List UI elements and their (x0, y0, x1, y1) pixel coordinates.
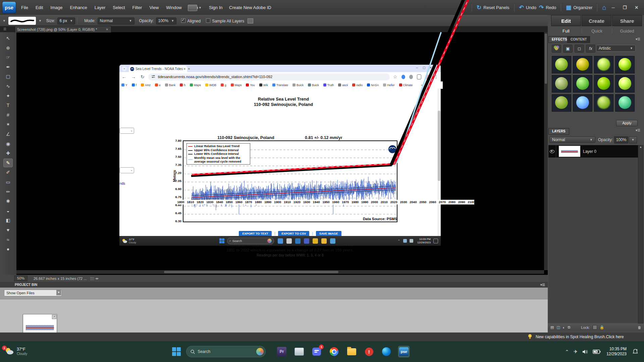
bookmark-e[interactable]: e (155, 83, 161, 87)
menu-file[interactable]: File (17, 0, 32, 15)
inner-tray-icon[interactable] (410, 239, 413, 243)
effects-tool[interactable]: ✱ (4, 197, 12, 205)
inner-teams-app[interactable] (304, 238, 309, 244)
inner-start-button[interactable] (219, 238, 224, 243)
browser-close-icon[interactable]: ✕ (429, 66, 432, 69)
notification-bell-icon[interactable]: z (632, 348, 639, 355)
effects-panel-menu-icon[interactable]: ▾☰ (636, 37, 640, 41)
bookmark-buick[interactable]: Buick (308, 83, 319, 87)
quick-selection-tool[interactable]: ✦ (4, 92, 12, 100)
side-panel-icon[interactable] (417, 74, 421, 79)
document-tab-close-icon[interactable]: ✕ (105, 26, 109, 33)
bookmark-h[interactable]: h (180, 83, 185, 87)
browser-maximize-icon[interactable]: ▢ (423, 66, 426, 69)
sample-all-layers-checkbox[interactable]: Sample All Layers (206, 18, 244, 23)
layer-thumbnail[interactable] (559, 146, 580, 156)
menu-window[interactable]: Window (162, 0, 185, 15)
bookmark-imdb[interactable]: IMDB (205, 83, 216, 87)
bookmark-amz[interactable]: Amz (141, 83, 151, 87)
home-icon[interactable]: ⌂ (602, 4, 606, 11)
tab-content[interactable]: CONTENT (567, 36, 590, 43)
bookmark-»[interactable]: » (417, 83, 423, 87)
menu-image[interactable]: Image (47, 0, 66, 15)
blend-mode-dropdown[interactable]: Normal ▼ (549, 136, 595, 143)
browser-minimize-icon[interactable]: ─ (416, 66, 418, 69)
redo-button[interactable]: ↷ Redo (539, 4, 556, 11)
canvas-vscrollbar[interactable] (544, 32, 548, 270)
bookmark-buick[interactable]: Buick (292, 83, 304, 87)
file-explorer-icon[interactable] (346, 346, 357, 357)
type-tool[interactable]: T (4, 101, 12, 109)
move-tool[interactable]: ↖ (4, 34, 12, 42)
artistic-effect-thumbnail[interactable] (573, 75, 592, 93)
save-image-button[interactable]: SAVE IMAGE (316, 231, 341, 236)
artistic-effect-thumbnail[interactable] (552, 56, 571, 73)
project-bin-header[interactable]: PROJECT BIN ▾☰ (0, 282, 548, 288)
artistic-effect-thumbnail[interactable] (615, 75, 635, 93)
menu-enhance[interactable]: Enhance (66, 0, 91, 15)
forward-icon[interactable]: → (131, 74, 136, 79)
artistic-effect-thumbnail[interactable] (552, 94, 571, 112)
layer-opacity-value[interactable]: 100% (614, 136, 628, 143)
tab-close-icon[interactable]: ✕ (183, 67, 186, 71)
artistic-effect-thumbnail[interactable] (594, 75, 613, 93)
red-eye-tool[interactable]: ◉ (4, 140, 12, 148)
premiere-elements-icon[interactable]: Pr (276, 346, 287, 357)
status-doc-icons[interactable]: ▯▯ ◂▸ (90, 276, 99, 281)
tab-share[interactable]: Share (612, 15, 642, 26)
menu-filter[interactable]: Filter (129, 0, 146, 15)
profile-avatar[interactable] (425, 74, 429, 79)
hand-tool[interactable]: ☞ (4, 53, 12, 61)
new-group-icon[interactable]: ◫ (556, 325, 560, 329)
tray-chevron-icon[interactable]: ⌃ (565, 349, 569, 354)
tab-search-chevron-icon[interactable]: ⌄ (122, 66, 127, 71)
lasso-tool[interactable]: ∿ (4, 82, 12, 90)
project-bin-menu-icon[interactable]: ▾☰ (540, 283, 545, 287)
bookmark-maps[interactable]: Maps (231, 83, 242, 87)
lock-all-icon[interactable]: 🔒 (600, 325, 604, 329)
export-to-text-button[interactable]: EXPORT TO TEXT (239, 231, 271, 236)
undo-button[interactable]: ↶ Undo (519, 4, 536, 11)
browser-menu-icon[interactable]: ⋮ (434, 74, 438, 79)
layers-panel-menu-icon[interactable]: ▾☰ (636, 128, 640, 132)
reset-panels-button[interactable]: ↻ Reset Panels (477, 4, 509, 11)
marquee-tool[interactable]: ▢ (4, 72, 12, 80)
adjustment-layer-icon[interactable]: ◐ (563, 325, 565, 329)
organizer-button[interactable]: ▦ Organizer (566, 4, 592, 11)
mode-quick[interactable]: Quick (582, 28, 612, 34)
artistic-effect-thumbnail[interactable] (552, 75, 571, 93)
shape-tool[interactable]: ♥ (4, 226, 12, 234)
mode-dropdown[interactable]: Normal▼ (98, 17, 135, 24)
layers-panel-tab[interactable]: LAYERS (548, 128, 569, 135)
zoom-tool[interactable]: ⊕ (4, 44, 12, 52)
station-select[interactable]: ⌄ (120, 128, 134, 134)
close-button[interactable]: ✕ (632, 5, 641, 10)
menu-select[interactable]: Select (109, 0, 128, 15)
artistic-effect-thumbnail[interactable] (594, 94, 613, 112)
teams-chat-icon[interactable]: 1 (311, 346, 322, 357)
inner-folder-app[interactable] (321, 238, 327, 244)
volume-icon[interactable] (582, 349, 588, 354)
alert-app-icon[interactable]: ! (363, 346, 375, 357)
bookmark-heller[interactable]: Heller (383, 83, 394, 87)
airplane-mode-icon[interactable]: ✈ (574, 349, 578, 354)
page-scrollbar[interactable] (437, 88, 441, 236)
opacity-dropdown[interactable]: 100%▼ (156, 17, 177, 24)
spot-healing-tool[interactable]: ✚ (4, 149, 12, 157)
bookmark-bank[interactable]: Bank (165, 83, 175, 87)
url-bar[interactable]: tidesandcurrents.noaa.gov/sltrends/sltre… (148, 73, 390, 80)
layer-visibility-toggle[interactable] (548, 145, 556, 158)
frames-icon[interactable]: ▣ (563, 45, 573, 53)
taskbar-search[interactable]: Search (186, 346, 266, 357)
bookmark-translate[interactable]: Translate (272, 83, 288, 87)
export-to-csv-button[interactable]: EXPORT TO CSV (278, 231, 309, 236)
crop-tool[interactable]: # (4, 111, 12, 119)
eraser-tool[interactable]: ▭ (4, 178, 12, 186)
layout-dropdown-arrow[interactable]: ▼ (199, 6, 202, 9)
extension-icon[interactable] (401, 75, 405, 79)
reload-icon[interactable]: ↻ (141, 74, 145, 79)
tool-options-arrow[interactable]: ▼ (3, 19, 6, 22)
lock-transparent-icon[interactable] (593, 325, 597, 329)
battery-charging-icon[interactable] (593, 349, 601, 354)
mode-guided[interactable]: Guided (612, 28, 642, 34)
